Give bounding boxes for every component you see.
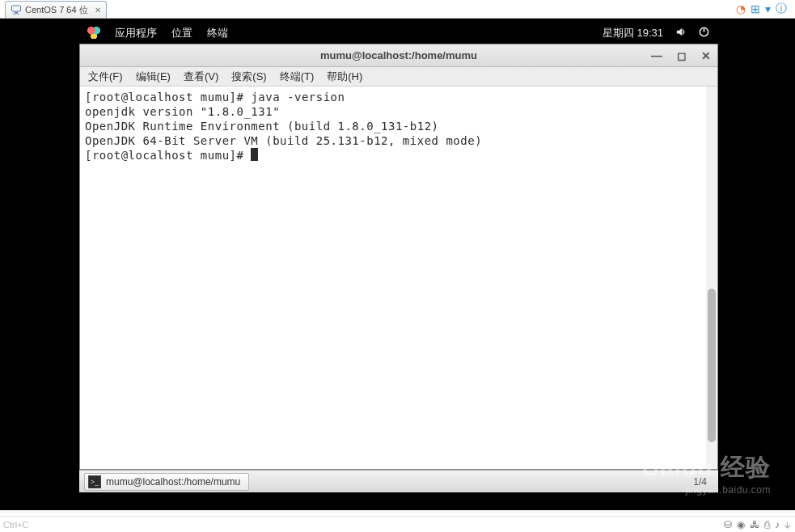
- volume-icon[interactable]: [674, 26, 687, 40]
- terminal-cursor: [251, 148, 258, 161]
- host-statusbar: [0, 510, 795, 513]
- term-line-4: OpenJDK 64-Bit Server VM (build 25.131-b…: [85, 134, 482, 147]
- terminal-window: mumu@localhost:/home/mumu — ◻ ✕ 文件(F) 编辑…: [79, 44, 718, 470]
- tray-cd-icon[interactable]: ◉: [737, 519, 745, 530]
- tray-icon-3[interactable]: ▾: [765, 2, 771, 15]
- topbar-clock[interactable]: 星期四 19:31: [603, 26, 663, 40]
- gnome-taskbar: >_ mumu@localhost:/home/mumu 1/4: [79, 470, 718, 492]
- svg-rect-2: [14, 14, 19, 15]
- host-tab-label: CentOS 7 64 位: [25, 4, 88, 16]
- terminal-titlebar[interactable]: mumu@localhost:/home/mumu — ◻ ✕: [80, 44, 717, 67]
- menu-help[interactable]: 帮助(H): [327, 70, 362, 84]
- taskbar-button-terminal[interactable]: >_ mumu@localhost:/home/mumu: [84, 473, 249, 491]
- menu-terminal[interactable]: 终端(T): [280, 70, 315, 84]
- menu-file[interactable]: 文件(F): [88, 70, 123, 84]
- term-line-1-prompt: [root@localhost mumu]#: [85, 91, 251, 103]
- terminal-body[interactable]: [root@localhost mumu]# java -version ope…: [80, 87, 717, 469]
- guest-desktop: 应用程序 位置 终端 星期四 19:31 mumu@localhost:/hom…: [79, 23, 718, 492]
- window-maximize-button[interactable]: ◻: [677, 49, 687, 62]
- tray-print-icon[interactable]: ⎙: [764, 519, 770, 530]
- vm-viewport: 应用程序 位置 终端 星期四 19:31 mumu@localhost:/hom…: [0, 19, 795, 510]
- term-line-3: OpenJDK Runtime Environment (build 1.8.0…: [85, 120, 439, 133]
- menu-view[interactable]: 查看(V): [184, 70, 218, 84]
- terminal-menubar: 文件(F) 编辑(E) 查看(V) 搜索(S) 终端(T) 帮助(H): [80, 67, 717, 87]
- vm-monitor-icon: [11, 4, 22, 15]
- host-tab-bar: CentOS 7 64 位 ✕ ◔ ⊞ ▾ ⓘ: [0, 0, 795, 19]
- window-minimize-button[interactable]: —: [651, 49, 662, 62]
- terminal-title: mumu@localhost:/home/mumu: [320, 49, 477, 61]
- term-line-2: openjdk version "1.8.0_131": [85, 105, 280, 118]
- tray-icon-4[interactable]: ⓘ: [776, 2, 787, 16]
- tray-icon-2[interactable]: ⊞: [751, 2, 760, 15]
- tray-sound-icon[interactable]: ♪: [775, 519, 780, 530]
- scrollbar-thumb[interactable]: [708, 289, 716, 442]
- terminal-scrollbar[interactable]: [706, 87, 717, 469]
- terminal-icon: >_: [88, 475, 101, 488]
- host-tab-centos[interactable]: CentOS 7 64 位 ✕: [5, 1, 107, 18]
- tray-net-icon[interactable]: 🖧: [750, 519, 759, 530]
- term-line-1-cmd: java -version: [251, 91, 345, 103]
- topbar-terminal[interactable]: 终端: [207, 26, 228, 40]
- workspace-pager[interactable]: 1/4: [693, 476, 713, 488]
- menu-search[interactable]: 搜索(S): [231, 70, 266, 84]
- taskbar-button-label: mumu@localhost:/home/mumu: [106, 476, 240, 488]
- gnome-topbar: 应用程序 位置 终端 星期四 19:31: [79, 23, 718, 44]
- tray-usb-icon[interactable]: ⏚: [784, 519, 790, 530]
- power-icon[interactable]: [698, 26, 710, 40]
- svg-rect-1: [15, 12, 18, 13]
- host-bottombar: Ctrl+C ⛁ ◉ 🖧 ⎙ ♪ ⏚: [0, 516, 795, 532]
- activities-icon[interactable]: [87, 27, 100, 40]
- window-close-button[interactable]: ✕: [701, 49, 711, 62]
- menu-edit[interactable]: 编辑(E): [136, 70, 171, 84]
- topbar-applications[interactable]: 应用程序: [115, 26, 157, 40]
- tray-icon-1[interactable]: ◔: [736, 2, 746, 15]
- tray-disk-icon[interactable]: ⛁: [724, 519, 732, 530]
- host-tray-icons: ◔ ⊞ ▾ ⓘ: [736, 2, 787, 16]
- topbar-places[interactable]: 位置: [171, 26, 192, 40]
- term-line-5-prompt: [root@localhost mumu]#: [85, 149, 251, 162]
- close-icon[interactable]: ✕: [95, 6, 101, 15]
- host-hint: Ctrl+C: [3, 520, 28, 530]
- host-bottom-tray: ⛁ ◉ 🖧 ⎙ ♪ ⏚: [724, 519, 790, 530]
- svg-rect-0: [12, 6, 21, 11]
